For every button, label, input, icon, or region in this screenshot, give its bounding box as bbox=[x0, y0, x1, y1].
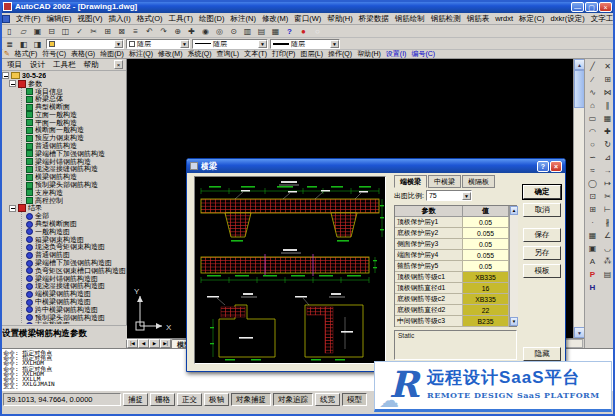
dialog-tab[interactable]: 中横梁 bbox=[428, 175, 461, 188]
menu-item[interactable]: 格式(O) bbox=[134, 14, 166, 24]
status-toggle[interactable]: 线宽 bbox=[315, 393, 340, 406]
menu-item[interactable]: 操作(Q) bbox=[326, 49, 355, 59]
insert-hyperlink-icon[interactable]: ⊕ bbox=[171, 25, 184, 37]
table-row[interactable]: 箍筋保护层y5 0.05 bbox=[395, 261, 509, 272]
spell-check-icon[interactable]: ✓ bbox=[73, 25, 86, 37]
param-value-cell[interactable]: B235 bbox=[463, 316, 509, 327]
menu-item[interactable]: 编辑(E) bbox=[44, 14, 75, 24]
menu-item[interactable]: wrdxt bbox=[492, 14, 516, 24]
table-row[interactable]: 顶板钢筋等级c1 XB335 bbox=[395, 272, 509, 283]
tree-branch-results[interactable]: 结果 bbox=[7, 205, 127, 213]
make-block-icon[interactable]: ⊞ bbox=[586, 203, 600, 216]
param-value-cell[interactable]: 0.055 bbox=[463, 250, 509, 261]
properties-icon[interactable]: ▤ bbox=[255, 25, 268, 37]
layers-icon[interactable]: ≣ bbox=[3, 38, 16, 50]
explode-icon[interactable]: ⁂ bbox=[601, 255, 615, 268]
layer-state-icon[interactable]: ◧ bbox=[17, 38, 30, 50]
cancel-button[interactable]: 取消 bbox=[523, 203, 561, 217]
menu-item[interactable]: 标注(N) bbox=[228, 14, 259, 24]
open-folder-icon[interactable]: ▱ bbox=[17, 25, 30, 37]
minimize-button[interactable]: — bbox=[571, 2, 584, 12]
status-toggle[interactable]: 对象追踪 bbox=[273, 393, 313, 406]
hatch-icon[interactable]: ▦ bbox=[586, 229, 600, 242]
menu-item[interactable]: 桥梁数据 bbox=[356, 14, 392, 24]
menu-item[interactable]: 格式(F) bbox=[12, 49, 40, 59]
region-icon[interactable]: ▣ bbox=[586, 242, 600, 255]
menu-item[interactable]: 工具栏 bbox=[49, 60, 80, 70]
undo-icon[interactable]: ↶ bbox=[143, 25, 156, 37]
table-scrollbar[interactable]: ▲ ▼ bbox=[509, 206, 518, 326]
copy-icon[interactable]: ⊞ bbox=[101, 25, 114, 37]
polygon-icon[interactable]: ⌂ bbox=[586, 99, 600, 112]
dialog-title-bar[interactable]: 横梁 ? × bbox=[187, 159, 565, 173]
param-value-cell[interactable]: XB335 bbox=[463, 272, 509, 283]
line-icon[interactable]: ╱ bbox=[586, 60, 600, 73]
print-preview-icon[interactable]: ◫ bbox=[59, 25, 72, 37]
param-value-cell[interactable]: XB335 bbox=[463, 294, 509, 305]
save-icon[interactable]: ▣ bbox=[31, 25, 44, 37]
table-row[interactable]: 顶板保护层y1 0.05 bbox=[395, 217, 509, 228]
menu-item[interactable]: 文字工具 bbox=[588, 14, 615, 24]
properties-icon[interactable]: ▤ bbox=[601, 268, 615, 281]
circle-icon[interactable]: ○ bbox=[586, 138, 600, 151]
move-icon[interactable]: ✚ bbox=[601, 125, 615, 138]
menu-item[interactable]: 窗口(W) bbox=[291, 14, 324, 24]
dialog-tab[interactable]: 横隔板 bbox=[462, 175, 495, 188]
menu-item[interactable]: 项目 bbox=[3, 60, 26, 70]
spline-icon[interactable]: ≈ bbox=[586, 164, 600, 177]
paste-icon[interactable]: ⊠ bbox=[115, 25, 128, 37]
insert-block-icon[interactable]: ⊡ bbox=[586, 190, 600, 203]
erase-icon[interactable]: ✕ bbox=[601, 60, 615, 73]
white-dot-icon[interactable]: ○ bbox=[311, 25, 324, 37]
table-row[interactable]: 中间钢筋等级c3 B235 bbox=[395, 316, 509, 327]
menu-item[interactable]: 图层(L) bbox=[298, 49, 326, 59]
aerial-view-icon[interactable]: ▥ bbox=[241, 25, 254, 37]
make-layer-icon[interactable]: ◨ bbox=[31, 38, 44, 50]
table-row[interactable]: 侧面保护层y3 0.05 bbox=[395, 239, 509, 250]
arc-icon[interactable]: ◠ bbox=[586, 125, 600, 138]
construction-line-icon[interactable]: ⁄ bbox=[586, 73, 600, 86]
menu-item[interactable]: 系统(Q) bbox=[185, 49, 214, 59]
point-icon[interactable]: · bbox=[586, 216, 600, 229]
dialog-close-button[interactable]: × bbox=[550, 161, 562, 172]
menu-item[interactable]: 工具(T) bbox=[166, 14, 197, 24]
mirror-icon[interactable]: ⋈ bbox=[601, 86, 615, 99]
dialog-help-button[interactable]: ? bbox=[537, 161, 549, 172]
rotate-icon[interactable]: ↻ bbox=[601, 138, 615, 151]
menu-item[interactable]: 标定(C) bbox=[516, 14, 547, 24]
menu-item[interactable]: 查询(L) bbox=[214, 49, 242, 59]
scale-combo[interactable]: 75 ▼ bbox=[426, 190, 472, 201]
menu-item[interactable]: 修改(M) bbox=[155, 49, 185, 59]
color-combo[interactable]: 随层 ▼ bbox=[126, 39, 190, 49]
offset-icon[interactable]: ∥ bbox=[601, 99, 615, 112]
table-row[interactable]: 底板钢筋等级c2 XB335 bbox=[395, 294, 509, 305]
lengthen-icon[interactable]: ↦ bbox=[601, 177, 615, 190]
param-value-cell[interactable]: 16 bbox=[463, 283, 509, 294]
scale-icon[interactable]: ⊿ bbox=[601, 151, 615, 164]
stretch-icon[interactable]: → bbox=[601, 164, 615, 177]
menu-item[interactable]: 标注(Q) bbox=[126, 49, 155, 59]
cut-icon[interactable]: ✂ bbox=[87, 25, 100, 37]
menu-item[interactable]: 帮助(H) bbox=[324, 14, 355, 24]
collapse-icon[interactable] bbox=[9, 205, 16, 212]
table-row[interactable]: 底板钢筋直径d2 22 bbox=[395, 305, 509, 316]
chevron-down-icon[interactable]: ▼ bbox=[462, 192, 471, 200]
chevron-down-icon[interactable]: ▼ bbox=[114, 40, 123, 48]
menu-item[interactable]: 表格(G) bbox=[69, 49, 98, 59]
pan-icon[interactable]: ✚ bbox=[185, 25, 198, 37]
menu-item[interactable]: 打印(P) bbox=[270, 49, 298, 59]
new-file-icon[interactable]: ▯ bbox=[3, 25, 16, 37]
status-toggle[interactable]: 正交 bbox=[177, 393, 202, 406]
menu-item[interactable]: 钢筋表 bbox=[464, 14, 493, 24]
zoom-previous-icon[interactable]: ⊙ bbox=[227, 25, 240, 37]
lineweight-combo[interactable]: 随层 ▼ bbox=[270, 39, 340, 49]
status-toggle[interactable]: 对象捕捉 bbox=[231, 393, 271, 406]
chevron-down-icon[interactable]: ▼ bbox=[330, 40, 339, 48]
menu-item[interactable]: 文件(F) bbox=[13, 14, 44, 24]
rectangle-icon[interactable]: ▭ bbox=[586, 112, 600, 125]
chevron-down-icon[interactable]: ▼ bbox=[258, 40, 267, 48]
param-value-cell[interactable]: 0.055 bbox=[463, 228, 509, 239]
red-dot-icon[interactable]: ● bbox=[297, 25, 310, 37]
menu-item[interactable]: 帮助(H) bbox=[355, 49, 384, 59]
chevron-down-icon[interactable]: ▼ bbox=[180, 40, 189, 48]
